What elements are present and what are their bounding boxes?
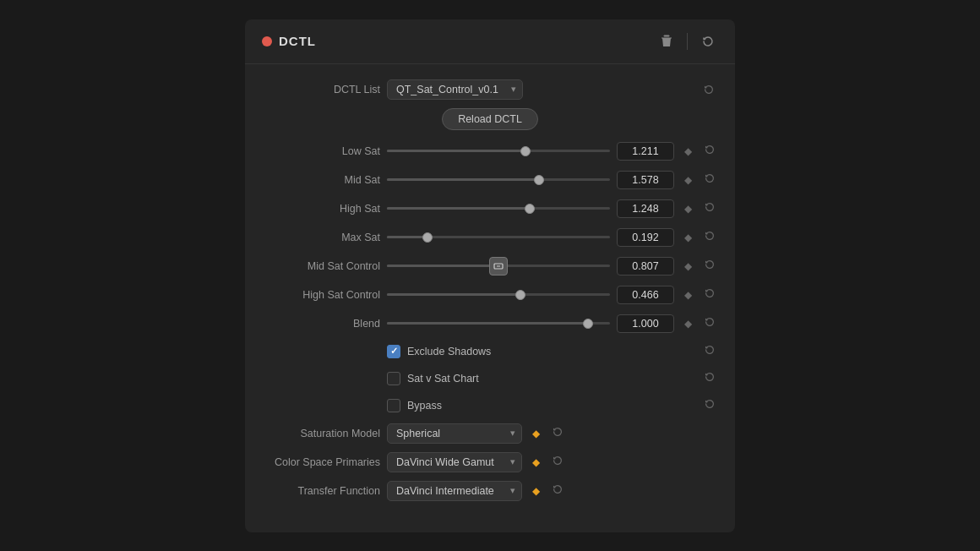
checkbox-wrapper-1: Sat v Sat Chart <box>387 372 479 385</box>
header-right <box>656 33 718 50</box>
color-space-row: Color Space Primaries DaVinci Wide Gamut… <box>245 448 735 477</box>
checkbox-wrapper-0: Exclude Shadows <box>387 345 491 358</box>
checkbox-offset-0: Exclude Shadows <box>387 344 718 358</box>
slider-label-1: Mid Sat <box>262 174 380 186</box>
checkbox-wrapper-2: Bypass <box>387 399 442 412</box>
slider-thumb-5[interactable] <box>515 290 525 300</box>
checkbox-0[interactable] <box>387 345 400 358</box>
saturation-model-dropdown[interactable]: Spherical Linear Video <box>387 423 522 444</box>
slider-row-1: Mid Sat ◆ <box>245 166 735 194</box>
slider-thumb-2[interactable] <box>525 204 535 214</box>
slider-value-3[interactable] <box>617 228 674 247</box>
checkbox-row-2: Bypass <box>245 392 735 419</box>
transfer-function-dropdown-wrapper: DaVinci Intermediate Linear Gamma 2.4 <box>387 481 522 501</box>
checkbox-1[interactable] <box>387 372 400 385</box>
content-area: DCTL List QT_Sat_Control_v0.1 Reload DCT… <box>245 64 735 516</box>
color-space-dropdown-wrapper: DaVinci Wide Gamut Rec.709 P3-D65 <box>387 452 522 472</box>
dctl-list-reset-button[interactable] <box>700 82 718 97</box>
slider-value-4[interactable] <box>617 257 674 276</box>
checkboxes-container: Exclude Shadows Sat v Sat Chart Bypass <box>245 338 735 419</box>
slider-track-4[interactable] <box>387 258 610 275</box>
slider-reset-4[interactable] <box>701 259 718 273</box>
sliders-container: Low Sat ◆ Mid Sat ◆ High Sat <box>245 137 735 338</box>
dctl-list-dropdown-wrapper: QT_Sat_Control_v0.1 <box>387 79 523 100</box>
slider-thumb-0[interactable] <box>520 146 531 156</box>
slider-label-5: High Sat Control <box>262 289 380 301</box>
slider-track-6[interactable] <box>387 315 610 332</box>
reload-dctl-button[interactable]: Reload DCTL <box>442 108 538 130</box>
slider-track-3[interactable] <box>387 229 610 246</box>
slider-reset-0[interactable] <box>701 144 718 158</box>
checkbox-row-1: Sat v Sat Chart <box>245 365 735 392</box>
slider-thumb-1[interactable] <box>534 175 544 185</box>
color-space-diamond[interactable]: ◆ <box>529 456 542 468</box>
dctl-list-dropdown[interactable]: QT_Sat_Control_v0.1 <box>387 79 523 100</box>
slider-row-2: High Sat ◆ <box>245 194 735 223</box>
checkbox-2[interactable] <box>387 399 400 412</box>
slider-thumb-icon-4[interactable] <box>489 257 508 276</box>
slider-diamond-4[interactable]: ◆ <box>681 260 694 272</box>
transfer-function-diamond[interactable]: ◆ <box>529 485 542 497</box>
slider-value-0[interactable] <box>617 142 674 161</box>
transfer-function-label: Transfer Function <box>262 485 380 497</box>
checkbox-row-0: Exclude Shadows <box>245 338 735 365</box>
slider-value-2[interactable] <box>617 199 674 218</box>
svg-rect-1 <box>667 40 669 45</box>
slider-label-6: Blend <box>262 318 380 330</box>
slider-label-0: Low Sat <box>262 145 380 157</box>
svg-rect-0 <box>665 40 667 45</box>
slider-value-1[interactable] <box>617 171 674 189</box>
slider-row-3: Max Sat ◆ <box>245 223 735 252</box>
red-dot <box>262 36 272 46</box>
panel-title: DCTL <box>279 34 316 48</box>
delete-button[interactable] <box>656 33 677 50</box>
slider-thumb-6[interactable] <box>583 319 593 329</box>
slider-track-0[interactable] <box>387 143 610 160</box>
header-left: DCTL <box>262 34 316 48</box>
slider-track-2[interactable] <box>387 200 610 217</box>
saturation-model-row: Saturation Model Spherical Linear Video … <box>245 419 735 448</box>
saturation-model-diamond[interactable]: ◆ <box>529 428 542 439</box>
reload-row: Reload DCTL <box>245 105 735 137</box>
reset-all-button[interactable] <box>698 33 718 50</box>
dctl-list-label: DCTL List <box>262 84 380 95</box>
slider-value-6[interactable] <box>617 314 674 333</box>
slider-reset-6[interactable] <box>701 316 718 330</box>
transfer-function-dropdown[interactable]: DaVinci Intermediate Linear Gamma 2.4 <box>387 481 522 501</box>
saturation-model-label: Saturation Model <box>262 428 380 439</box>
color-space-reset[interactable] <box>549 455 566 469</box>
color-space-dropdown[interactable]: DaVinci Wide Gamut Rec.709 P3-D65 <box>387 452 522 472</box>
slider-row-0: Low Sat ◆ <box>245 137 735 166</box>
slider-label-4: Mid Sat Control <box>262 260 380 272</box>
slider-track-1[interactable] <box>387 172 610 188</box>
slider-diamond-0[interactable]: ◆ <box>681 145 694 157</box>
slider-label-2: High Sat <box>262 203 380 215</box>
divider <box>687 33 688 50</box>
transfer-function-row: Transfer Function DaVinci Intermediate L… <box>245 477 735 505</box>
slider-reset-1[interactable] <box>701 172 718 187</box>
checkbox-offset-2: Bypass <box>387 398 718 412</box>
slider-diamond-5[interactable]: ◆ <box>681 289 694 301</box>
slider-reset-3[interactable] <box>701 230 718 244</box>
slider-diamond-1[interactable]: ◆ <box>681 174 694 186</box>
slider-track-5[interactable] <box>387 286 610 303</box>
saturation-model-reset[interactable] <box>549 426 566 440</box>
transfer-function-reset[interactable] <box>549 483 566 498</box>
dctl-panel: DCTL DCTL List QT_Sat_Control_v0.1 <box>245 19 735 532</box>
slider-thumb-3[interactable] <box>422 232 433 243</box>
slider-diamond-3[interactable]: ◆ <box>681 232 694 243</box>
slider-diamond-6[interactable]: ◆ <box>681 318 694 330</box>
checkbox-label-0: Exclude Shadows <box>407 346 491 357</box>
slider-reset-5[interactable] <box>701 287 718 302</box>
checkbox-label-2: Bypass <box>407 400 442 412</box>
checkbox-reset-0[interactable] <box>701 344 718 358</box>
slider-diamond-2[interactable]: ◆ <box>681 203 694 215</box>
checkbox-reset-2[interactable] <box>701 398 718 412</box>
slider-row-4: Mid Sat Control ◆ <box>245 252 735 281</box>
checkbox-label-1: Sat v Sat Chart <box>407 373 479 385</box>
slider-reset-2[interactable] <box>701 201 718 215</box>
slider-label-3: Max Sat <box>262 232 380 243</box>
checkbox-offset-1: Sat v Sat Chart <box>387 371 718 385</box>
checkbox-reset-1[interactable] <box>701 371 718 385</box>
slider-value-5[interactable] <box>617 286 674 304</box>
